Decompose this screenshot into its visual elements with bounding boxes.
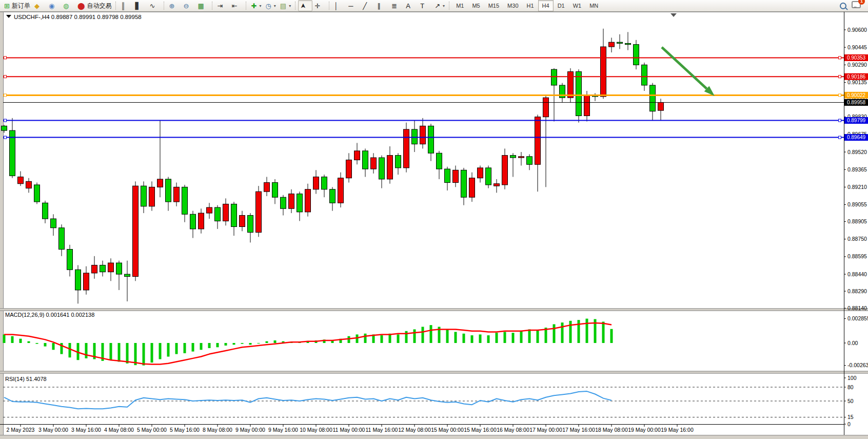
fibonacci-icon: ≣ [391,3,397,9]
svg-text:16 May 08:00: 16 May 08:00 [497,427,529,433]
svg-text:18 May 08:00: 18 May 08:00 [595,427,628,433]
svg-text:USDCHF-,H4 0.89887 0.89991 0.: USDCHF-,H4 0.89887 0.89991 0.89798 0.899… [14,14,142,20]
svg-text:100: 100 [847,375,857,381]
price-tag: 0.89799 [844,117,868,124]
timeframe-mn-button[interactable]: MN [585,0,602,11]
timeframe-m5-button[interactable]: M5 [468,0,484,11]
chevron-down-icon: ▾ [274,4,276,8]
pane-divider-rsi[interactable] [0,371,868,374]
svg-text:0.002855: 0.002855 [847,315,868,321]
svg-text:10 May 08:00: 10 May 08:00 [300,427,332,433]
svg-text:4 May 08:00: 4 May 08:00 [104,427,134,433]
svg-text:17 May 00:00: 17 May 00:00 [529,427,562,433]
periods-button[interactable]: ◷▾ [263,0,278,11]
timeframe-m15-button[interactable]: M15 [484,0,503,11]
toolbar-separator [164,2,165,10]
svg-text:0.90445: 0.90445 [847,44,867,50]
community-icon: ◉ [49,3,54,9]
svg-text:0.90600: 0.90600 [847,27,867,33]
svg-text:0.88750: 0.88750 [847,236,867,242]
svg-text:9 May 16:00: 9 May 16:00 [268,427,298,433]
svg-text:9 May 00:00: 9 May 00:00 [235,427,265,433]
new-order-button-label: 新订单 [12,2,30,10]
notifications-button[interactable]: 1 [852,1,861,10]
arrows-button[interactable]: ↗▾ [432,0,447,11]
toolbar-separator [246,2,247,10]
indicators-button[interactable]: ✚▾ [249,0,263,11]
line-chart-icon: ∿ [149,3,155,9]
line-chart-button[interactable]: ∿ [147,0,162,11]
timeframe-m30-button[interactable]: M30 [503,0,522,11]
svg-text:0.89210: 0.89210 [847,184,867,190]
bottom-strip [0,435,868,439]
vertical-line-icon: │ [334,3,338,9]
signals-button[interactable]: ◍ [61,0,75,11]
chevron-down-icon: ▾ [443,4,445,8]
svg-text:80: 80 [847,384,854,390]
timeframe-h1-button[interactable]: H1 [523,0,538,11]
new-order-button[interactable]: ⊞新订单 [2,0,32,11]
community-button[interactable]: ◉ [47,0,61,11]
price-tag: 0.90022 [844,92,868,99]
templates-button[interactable]: ▤▾ [278,0,293,11]
auto-trading-button-label: 自动交易 [87,2,111,10]
chevron-down-icon: ▾ [289,4,291,8]
zoom-out-button[interactable]: ⊖ [181,0,195,11]
toolbar-separator [295,2,296,10]
equidistant-channel-button[interactable]: ∥ [375,0,389,11]
periods-icon: ◷ [265,3,271,9]
text-button[interactable]: A [404,0,418,11]
svg-text:15 May 16:00: 15 May 16:00 [464,427,497,433]
price-tag: 0.90186 [844,73,868,80]
rsi-label: RSI(14) 51.4078 [5,376,47,382]
timeframe-w1-button[interactable]: W1 [569,0,586,11]
timeframe-h4-button[interactable]: H4 [538,0,554,11]
svg-text:0.89365: 0.89365 [847,166,867,173]
svg-text:0.89520: 0.89520 [847,149,867,155]
text-label-button[interactable]: T [418,0,432,11]
svg-text:0.89799: 0.89799 [847,118,866,123]
main-toolbar: ⊞新订单◆◉◍⬤自动交易║▋∿⊕⊖▦⇥⇤✚▾◷▾▤▾➤✛│─╱∥≣AT↗▾M1M… [0,0,868,12]
svg-text:0: 0 [847,421,851,427]
toolbar-separator [115,2,116,10]
svg-text:11 May 16:00: 11 May 16:00 [366,427,398,433]
fibonacci-button[interactable]: ≣ [389,0,404,11]
crosshair-icon: ✛ [314,3,320,9]
bar-chart-button[interactable]: ║ [119,0,133,11]
trendline-icon: ╱ [363,3,367,9]
equidistant-channel-icon: ∥ [377,3,381,9]
svg-text:0.90135: 0.90135 [847,79,867,85]
auto-scroll-button[interactable]: ⇥ [215,0,229,11]
zoom-in-button[interactable]: ⊕ [167,0,181,11]
candlestick-chart-button[interactable]: ▋ [133,0,147,11]
svg-text:15 May 00:00: 15 May 00:00 [431,427,464,433]
horizontal-line-button[interactable]: ─ [346,0,361,11]
pane-divider-macd[interactable] [0,309,868,311]
mt4-window: { "toolbar": { "items": [ {"type":"btn",… [0,0,868,439]
text-icon: A [406,3,410,9]
search-icon[interactable] [840,3,846,9]
metaeditor-button[interactable]: ◆ [32,0,47,11]
timeframe-m1-button[interactable]: M1 [452,0,468,11]
auto-trading-button[interactable]: ⬤自动交易 [75,0,114,11]
timeframe-d1-button[interactable]: D1 [554,0,569,11]
chart-shift-button[interactable]: ⇤ [229,0,244,11]
cursor-button[interactable]: ➤ [298,0,312,11]
svg-text:0.88290: 0.88290 [847,288,867,294]
svg-text:0.89958: 0.89958 [847,100,866,105]
vertical-line-button[interactable]: │ [332,0,346,11]
svg-text:0.88595: 0.88595 [847,253,867,259]
svg-text:19 May 00:00: 19 May 00:00 [628,427,661,433]
zoom-out-icon: ⊖ [183,3,189,9]
bar-chart-icon: ║ [121,3,125,9]
svg-text:5 May 00:00: 5 May 00:00 [137,427,167,433]
auto-trading-icon: ⬤ [77,3,85,9]
tile-windows-button[interactable]: ▦ [195,0,210,11]
arrows-icon: ↗ [435,3,440,9]
trendline-button[interactable]: ╱ [361,0,375,11]
svg-text:0.88440: 0.88440 [847,271,867,277]
chart-window[interactable]: 0.906000.904450.902900.901350.899800.898… [0,12,868,439]
cursor-icon: ➤ [300,3,306,9]
crosshair-button[interactable]: ✛ [312,0,327,11]
toolbar-separator [329,2,330,10]
